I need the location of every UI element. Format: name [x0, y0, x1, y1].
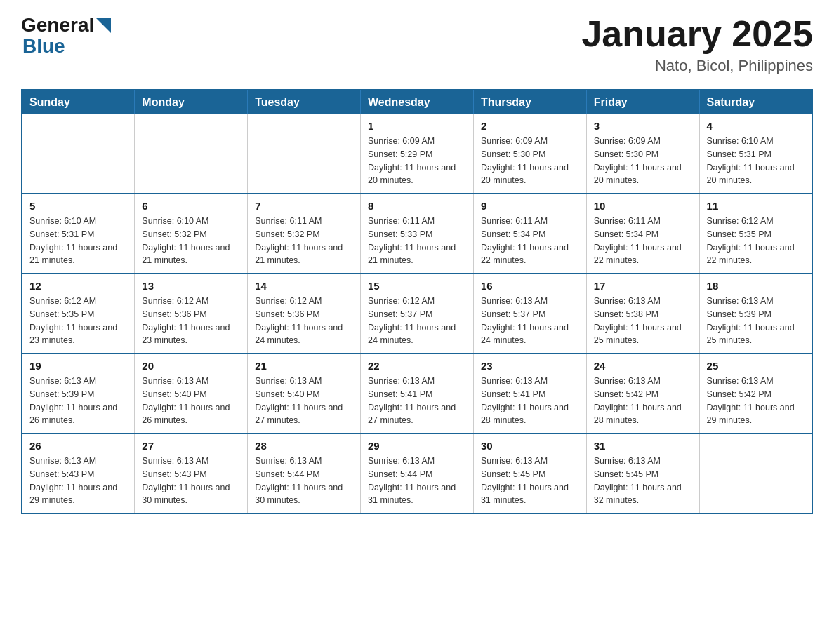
day-info: Sunrise: 6:11 AMSunset: 5:34 PMDaylight:… [481, 215, 579, 267]
calendar-week-row: 5Sunrise: 6:10 AMSunset: 5:31 PMDaylight… [22, 194, 812, 274]
day-info: Sunrise: 6:10 AMSunset: 5:31 PMDaylight:… [29, 215, 127, 267]
day-number: 6 [142, 200, 240, 212]
day-number: 12 [29, 280, 127, 292]
calendar-day-10: 10Sunrise: 6:11 AMSunset: 5:34 PMDayligh… [586, 194, 699, 274]
calendar-day-7: 7Sunrise: 6:11 AMSunset: 5:32 PMDaylight… [248, 194, 361, 274]
day-info: Sunrise: 6:11 AMSunset: 5:33 PMDaylight:… [368, 215, 466, 267]
day-number: 16 [481, 280, 579, 292]
calendar-day-24: 24Sunrise: 6:13 AMSunset: 5:42 PMDayligh… [586, 354, 699, 434]
day-number: 20 [142, 360, 240, 372]
calendar-week-row: 1Sunrise: 6:09 AMSunset: 5:29 PMDaylight… [22, 114, 812, 194]
day-info: Sunrise: 6:13 AMSunset: 5:45 PMDaylight:… [594, 455, 692, 507]
day-info: Sunrise: 6:09 AMSunset: 5:30 PMDaylight:… [481, 135, 579, 187]
day-number: 8 [368, 200, 466, 212]
calendar-day-14: 14Sunrise: 6:12 AMSunset: 5:36 PMDayligh… [248, 274, 361, 354]
weekday-header-thursday: Thursday [473, 90, 586, 114]
day-number: 14 [255, 280, 353, 292]
day-info: Sunrise: 6:13 AMSunset: 5:45 PMDaylight:… [481, 455, 579, 507]
day-info: Sunrise: 6:13 AMSunset: 5:39 PMDaylight:… [29, 375, 127, 427]
weekday-header-monday: Monday [135, 90, 248, 114]
day-info: Sunrise: 6:13 AMSunset: 5:37 PMDaylight:… [481, 295, 579, 347]
day-info: Sunrise: 6:10 AMSunset: 5:32 PMDaylight:… [142, 215, 240, 267]
calendar-day-25: 25Sunrise: 6:13 AMSunset: 5:42 PMDayligh… [699, 354, 812, 434]
day-info: Sunrise: 6:13 AMSunset: 5:44 PMDaylight:… [255, 455, 353, 507]
calendar-day-17: 17Sunrise: 6:13 AMSunset: 5:38 PMDayligh… [586, 274, 699, 354]
day-info: Sunrise: 6:13 AMSunset: 5:42 PMDaylight:… [707, 375, 805, 427]
day-number: 27 [142, 440, 240, 452]
day-number: 24 [594, 360, 692, 372]
day-number: 28 [255, 440, 353, 452]
day-number: 18 [707, 280, 805, 292]
day-number: 9 [481, 200, 579, 212]
logo-general-text: General [21, 14, 94, 36]
day-info: Sunrise: 6:13 AMSunset: 5:43 PMDaylight:… [142, 455, 240, 507]
day-info: Sunrise: 6:13 AMSunset: 5:41 PMDaylight:… [481, 375, 579, 427]
weekday-header-saturday: Saturday [699, 90, 812, 114]
day-info: Sunrise: 6:13 AMSunset: 5:40 PMDaylight:… [142, 375, 240, 427]
day-info: Sunrise: 6:12 AMSunset: 5:36 PMDaylight:… [255, 295, 353, 347]
calendar-day-31: 31Sunrise: 6:13 AMSunset: 5:45 PMDayligh… [586, 434, 699, 514]
calendar-week-row: 12Sunrise: 6:12 AMSunset: 5:35 PMDayligh… [22, 274, 812, 354]
calendar-day-2: 2Sunrise: 6:09 AMSunset: 5:30 PMDaylight… [473, 114, 586, 194]
day-info: Sunrise: 6:13 AMSunset: 5:38 PMDaylight:… [594, 295, 692, 347]
calendar-day-4: 4Sunrise: 6:10 AMSunset: 5:31 PMDaylight… [699, 114, 812, 194]
svg-marker-0 [95, 18, 111, 33]
day-number: 23 [481, 360, 579, 372]
day-number: 3 [594, 120, 692, 132]
logo-blue-text: Blue [22, 35, 65, 57]
day-number: 31 [594, 440, 692, 452]
title-area: January 2025 Nato, Bicol, Philippines [581, 14, 813, 75]
day-number: 13 [142, 280, 240, 292]
day-number: 11 [707, 200, 805, 212]
day-number: 7 [255, 200, 353, 212]
day-number: 5 [29, 200, 127, 212]
calendar-empty-cell [135, 114, 248, 194]
logo: General Blue [21, 14, 111, 58]
calendar-day-21: 21Sunrise: 6:13 AMSunset: 5:40 PMDayligh… [248, 354, 361, 434]
calendar-week-row: 19Sunrise: 6:13 AMSunset: 5:39 PMDayligh… [22, 354, 812, 434]
calendar-empty-cell [22, 114, 135, 194]
calendar-empty-cell [699, 434, 812, 514]
calendar-day-20: 20Sunrise: 6:13 AMSunset: 5:40 PMDayligh… [135, 354, 248, 434]
weekday-header-sunday: Sunday [22, 90, 135, 114]
calendar-empty-cell [248, 114, 361, 194]
weekday-header-tuesday: Tuesday [248, 90, 361, 114]
day-number: 30 [481, 440, 579, 452]
day-info: Sunrise: 6:13 AMSunset: 5:39 PMDaylight:… [707, 295, 805, 347]
calendar-day-30: 30Sunrise: 6:13 AMSunset: 5:45 PMDayligh… [473, 434, 586, 514]
calendar-day-28: 28Sunrise: 6:13 AMSunset: 5:44 PMDayligh… [248, 434, 361, 514]
location-subtitle: Nato, Bicol, Philippines [581, 57, 813, 75]
day-number: 2 [481, 120, 579, 132]
calendar-day-29: 29Sunrise: 6:13 AMSunset: 5:44 PMDayligh… [361, 434, 474, 514]
day-number: 22 [368, 360, 466, 372]
day-number: 19 [29, 360, 127, 372]
day-number: 21 [255, 360, 353, 372]
day-info: Sunrise: 6:09 AMSunset: 5:30 PMDaylight:… [594, 135, 692, 187]
day-info: Sunrise: 6:13 AMSunset: 5:42 PMDaylight:… [594, 375, 692, 427]
calendar-day-16: 16Sunrise: 6:13 AMSunset: 5:37 PMDayligh… [473, 274, 586, 354]
day-number: 1 [368, 120, 466, 132]
calendar-day-13: 13Sunrise: 6:12 AMSunset: 5:36 PMDayligh… [135, 274, 248, 354]
calendar-day-11: 11Sunrise: 6:12 AMSunset: 5:35 PMDayligh… [699, 194, 812, 274]
calendar-day-9: 9Sunrise: 6:11 AMSunset: 5:34 PMDaylight… [473, 194, 586, 274]
month-title: January 2025 [581, 14, 813, 54]
day-info: Sunrise: 6:13 AMSunset: 5:41 PMDaylight:… [368, 375, 466, 427]
calendar-day-8: 8Sunrise: 6:11 AMSunset: 5:33 PMDaylight… [361, 194, 474, 274]
day-info: Sunrise: 6:12 AMSunset: 5:36 PMDaylight:… [142, 295, 240, 347]
header: General Blue January 2025 Nato, Bicol, P… [21, 14, 813, 75]
weekday-header-friday: Friday [586, 90, 699, 114]
day-info: Sunrise: 6:13 AMSunset: 5:40 PMDaylight:… [255, 375, 353, 427]
day-info: Sunrise: 6:13 AMSunset: 5:44 PMDaylight:… [368, 455, 466, 507]
day-info: Sunrise: 6:09 AMSunset: 5:29 PMDaylight:… [368, 135, 466, 187]
weekday-header-wednesday: Wednesday [361, 90, 474, 114]
calendar-day-19: 19Sunrise: 6:13 AMSunset: 5:39 PMDayligh… [22, 354, 135, 434]
day-info: Sunrise: 6:11 AMSunset: 5:34 PMDaylight:… [594, 215, 692, 267]
day-info: Sunrise: 6:13 AMSunset: 5:43 PMDaylight:… [29, 455, 127, 507]
day-info: Sunrise: 6:12 AMSunset: 5:37 PMDaylight:… [368, 295, 466, 347]
day-number: 29 [368, 440, 466, 452]
day-number: 10 [594, 200, 692, 212]
calendar-day-12: 12Sunrise: 6:12 AMSunset: 5:35 PMDayligh… [22, 274, 135, 354]
calendar-day-27: 27Sunrise: 6:13 AMSunset: 5:43 PMDayligh… [135, 434, 248, 514]
weekday-header-row: SundayMondayTuesdayWednesdayThursdayFrid… [22, 90, 812, 114]
calendar-day-6: 6Sunrise: 6:10 AMSunset: 5:32 PMDaylight… [135, 194, 248, 274]
